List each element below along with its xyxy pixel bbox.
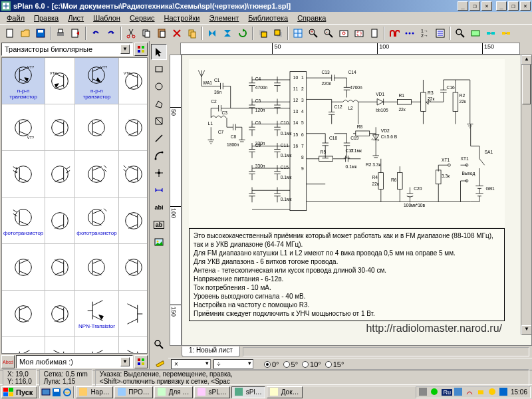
scroll-thumb[interactable]: [522, 65, 531, 104]
ql-desktop-icon[interactable]: [41, 388, 51, 397]
start-button[interactable]: Пуск: [1, 386, 37, 398]
task-2[interactable]: Для …: [154, 386, 193, 398]
tool-bezier[interactable]: [151, 148, 167, 164]
component-cell[interactable]: [119, 291, 148, 337]
tool-text-label[interactable]: abI: [151, 200, 167, 215]
tray-icon[interactable]: [499, 388, 509, 397]
tb-search[interactable]: [453, 26, 467, 41]
tray-icon[interactable]: [477, 388, 486, 397]
component-cell[interactable]: [45, 198, 75, 244]
sheet-tab[interactable]: 1: Новый лист: [182, 346, 240, 357]
tray-clock[interactable]: 15:06: [511, 388, 527, 396]
ql-save-icon[interactable]: [52, 388, 61, 397]
tray-icon[interactable]: [454, 388, 464, 397]
tool-pointer[interactable]: [151, 44, 167, 60]
tb-undo[interactable]: [88, 26, 103, 41]
menu-file[interactable]: Файл: [3, 13, 29, 23]
tb-align[interactable]: [402, 26, 417, 41]
component-cell[interactable]: [45, 337, 75, 354]
drawing-canvas[interactable]: WA1 C1 36n C2 L1 C3: [182, 55, 532, 346]
menu-element[interactable]: Элемент: [205, 13, 243, 23]
mdi-close-button[interactable]: ×: [481, 1, 492, 11]
task-1[interactable]: ПРО…: [114, 386, 153, 398]
menu-help[interactable]: Справка: [293, 13, 330, 23]
tool-zoom[interactable]: [151, 336, 167, 352]
component-cell[interactable]: [2, 151, 45, 198]
tool-rect[interactable]: [151, 61, 167, 77]
component-cell[interactable]: VT?n-p-n транзистор: [75, 58, 118, 104]
tb-redo[interactable]: [104, 26, 118, 41]
minimize-button[interactable]: _: [496, 1, 507, 11]
tb-export[interactable]: [68, 26, 83, 41]
task-5[interactable]: Док…: [267, 386, 303, 398]
tb-renumber[interactable]: 1→2→: [418, 26, 432, 41]
ql-ie-icon[interactable]: [63, 388, 72, 397]
tool-circle[interactable]: [151, 78, 167, 94]
tray-icon[interactable]: [419, 388, 428, 397]
component-cell[interactable]: NPN-Transistor: [75, 291, 118, 337]
menu-sheet[interactable]: Лист: [64, 13, 88, 23]
tb-zoom-page[interactable]: [367, 26, 382, 41]
menu-service[interactable]: Сервис: [126, 13, 159, 23]
component-cell[interactable]: VT?: [45, 58, 75, 104]
component-cell[interactable]: [45, 151, 75, 198]
tb-grid[interactable]: [291, 26, 305, 41]
tb-component-edit[interactable]: [468, 26, 483, 41]
angle-15-radio[interactable]: 15°: [325, 360, 344, 368]
tb-print[interactable]: [53, 26, 68, 41]
tb-list[interactable]: [433, 26, 448, 41]
tb-open[interactable]: [18, 26, 33, 41]
tb-front[interactable]: [255, 26, 270, 41]
tb-back[interactable]: [271, 26, 285, 41]
tool-text-box[interactable]: ab: [151, 217, 167, 233]
component-cell[interactable]: фототранзистор: [75, 198, 118, 244]
tb-cut[interactable]: [124, 26, 138, 41]
component-cell[interactable]: [45, 104, 75, 151]
tool-line[interactable]: [151, 130, 167, 146]
tb-snap[interactable]: [387, 26, 402, 41]
zoom-mult-combo[interactable]: ×: [171, 359, 211, 369]
tool-measure[interactable]: [151, 354, 167, 370]
tb-mirror-v[interactable]: [220, 26, 235, 41]
mdi-restore-button[interactable]: ❐: [469, 1, 480, 11]
tool-poly[interactable]: [151, 96, 167, 112]
horizontal-scrollbar[interactable]: [243, 347, 529, 356]
tool-node[interactable]: [151, 165, 167, 181]
favorites-new-button[interactable]: Abcd: [1, 355, 15, 368]
tb-new[interactable]: [3, 26, 17, 41]
tool-image[interactable]: [151, 234, 167, 250]
tb-zoom-sel[interactable]: [352, 26, 366, 41]
tb-zoom-out[interactable]: -: [321, 26, 336, 41]
tb-copy[interactable]: [139, 26, 154, 41]
scroll-down-button[interactable]: ▼: [521, 325, 532, 334]
tool-special[interactable]: [151, 113, 167, 129]
language-indicator[interactable]: Ru: [442, 389, 452, 396]
component-cell[interactable]: [2, 244, 45, 291]
tray-icon[interactable]: [488, 388, 497, 397]
angle-5-radio[interactable]: 5°: [283, 360, 299, 368]
tb-delete[interactable]: [170, 26, 184, 41]
component-cell[interactable]: [2, 291, 45, 337]
component-cell[interactable]: [119, 104, 148, 151]
angle-0-radio[interactable]: 0°: [264, 360, 279, 368]
category-combo[interactable]: Транзисторы биполярные ▼: [1, 43, 133, 56]
component-cell[interactable]: VT?: [119, 58, 148, 104]
tb-save[interactable]: [33, 26, 48, 41]
task-4[interactable]: sPl…: [231, 386, 265, 398]
tb-zoom-in[interactable]: +: [306, 26, 321, 41]
tb-duplicate[interactable]: [185, 26, 200, 41]
component-cell[interactable]: [119, 244, 148, 291]
menu-edit[interactable]: Правка: [30, 13, 63, 23]
maximize-button[interactable]: ❐: [508, 1, 519, 11]
tb-link2[interactable]: [499, 26, 513, 41]
tb-link1[interactable]: [483, 26, 498, 41]
angle-10-radio[interactable]: 10°: [302, 360, 321, 368]
component-cell[interactable]: [75, 337, 118, 354]
scroll-up-button[interactable]: ▲: [521, 55, 532, 65]
component-cell[interactable]: [75, 244, 118, 291]
component-cell[interactable]: [75, 151, 118, 198]
menu-library[interactable]: Библиотека: [244, 13, 292, 23]
menu-template[interactable]: Шаблон: [89, 13, 124, 23]
tray-icon[interactable]: [430, 388, 440, 397]
component-cell[interactable]: фототранзистор: [2, 198, 45, 244]
